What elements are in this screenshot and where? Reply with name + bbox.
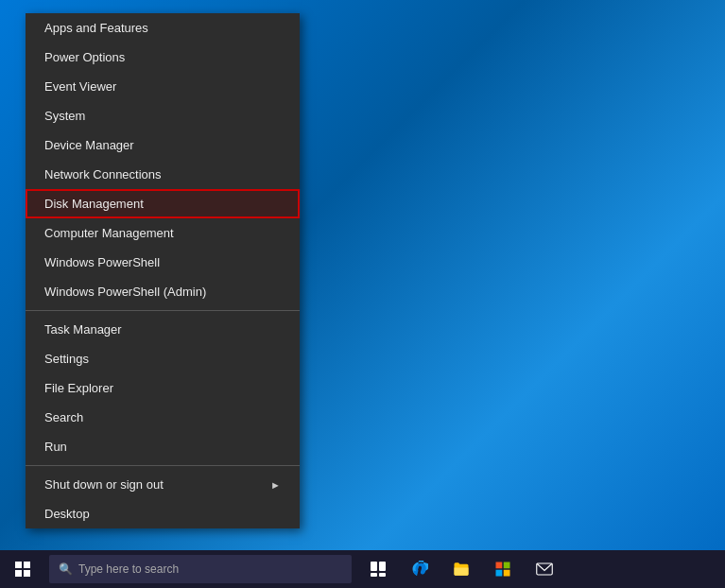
svg-rect-4 [496,562,503,569]
store-icon [494,561,511,578]
svg-rect-3 [379,573,386,577]
menu-item-power-options[interactable]: Power Options [26,43,300,72]
task-view-icon [371,562,386,577]
mail-button[interactable] [526,550,563,588]
menu-item-network-connections[interactable]: Network Connections [26,160,300,189]
menu-item-device-manager[interactable]: Device Manager [26,130,300,160]
context-menu: Apps and Features Power Options Event Vi… [26,13,300,528]
menu-item-shut-down[interactable]: Shut down or sign out ► [26,470,300,499]
taskbar: 🔍 Type here to search [0,550,725,588]
menu-item-system[interactable]: System [26,101,300,130]
svg-rect-2 [371,573,377,577]
taskbar-search[interactable]: 🔍 Type here to search [49,555,352,583]
chevron-right-icon: ► [270,479,281,491]
mail-icon [536,562,553,576]
svg-rect-0 [371,562,377,571]
menu-item-settings[interactable]: Settings [26,344,300,373]
search-placeholder: Type here to search [78,562,179,576]
separator-1 [26,310,300,311]
menu-item-disk-management[interactable]: Disk Management [26,189,300,218]
menu-item-windows-powershell[interactable]: Windows PowerShell [26,248,300,277]
separator-2 [26,465,300,466]
menu-item-apps-features[interactable]: Apps and Features [26,13,300,43]
edge-button[interactable] [401,550,439,588]
menu-item-desktop[interactable]: Desktop [26,499,300,528]
menu-item-run[interactable]: Run [26,432,300,461]
search-icon: 🔍 [59,562,73,576]
menu-item-search[interactable]: Search [26,403,300,432]
taskbar-pinned-icons [359,550,563,588]
file-explorer-icon [453,561,470,578]
task-view-button[interactable] [359,550,397,588]
svg-rect-7 [504,570,510,577]
menu-item-task-manager[interactable]: Task Manager [26,315,300,344]
svg-rect-5 [504,562,510,569]
store-button[interactable] [484,550,522,588]
file-explorer-button[interactable] [442,550,480,588]
windows-logo-icon [15,562,30,577]
edge-icon [411,561,428,578]
menu-item-file-explorer[interactable]: File Explorer [26,373,300,403]
menu-item-windows-powershell-admin[interactable]: Windows PowerShell (Admin) [26,277,300,306]
svg-rect-1 [379,562,386,571]
menu-item-event-viewer[interactable]: Event Viewer [26,72,300,101]
svg-rect-6 [496,570,503,577]
menu-item-computer-management[interactable]: Computer Management [26,218,300,248]
start-button[interactable] [0,550,45,588]
